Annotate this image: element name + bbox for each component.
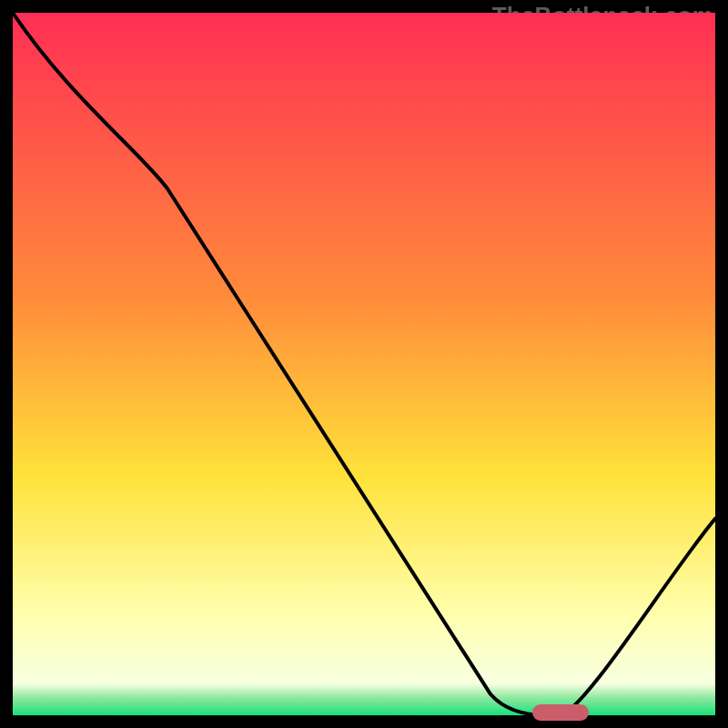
plot-area — [13, 13, 715, 715]
optimal-marker-pill — [532, 704, 589, 721]
chart-svg — [13, 13, 715, 715]
gradient-rect — [13, 13, 715, 715]
